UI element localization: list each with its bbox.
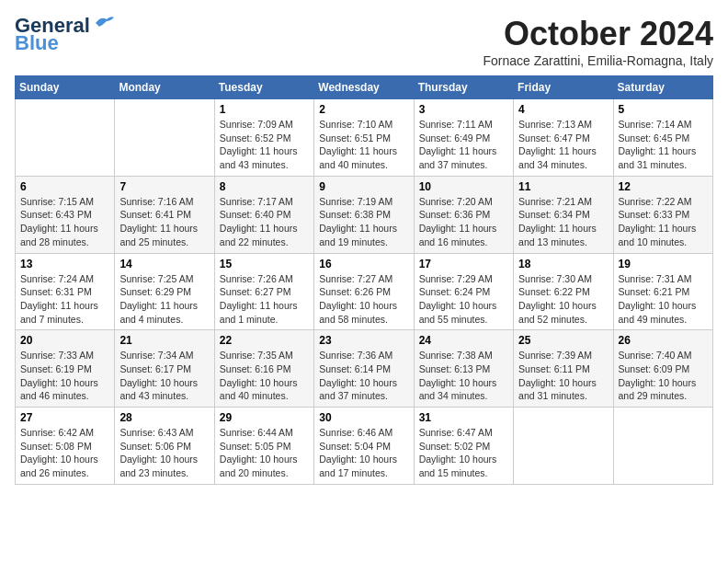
weekday-header: Friday (514, 76, 613, 99)
calendar-cell (613, 408, 712, 485)
calendar-cell: 26Sunrise: 7:40 AMSunset: 6:09 PMDayligh… (613, 330, 712, 408)
weekday-header-row: SundayMondayTuesdayWednesdayThursdayFrid… (16, 76, 713, 99)
day-info: Sunrise: 7:22 AMSunset: 6:33 PMDaylight:… (619, 195, 708, 249)
day-number: 10 (419, 180, 508, 193)
calendar-cell: 18Sunrise: 7:30 AMSunset: 6:22 PMDayligh… (514, 253, 613, 330)
calendar-cell: 28Sunrise: 6:43 AMSunset: 5:06 PMDayligh… (115, 408, 214, 485)
day-number: 21 (119, 334, 209, 347)
day-info: Sunrise: 7:14 AMSunset: 6:45 PMDaylight:… (619, 118, 708, 172)
day-info: Sunrise: 7:16 AMSunset: 6:41 PMDaylight:… (119, 195, 209, 249)
day-info: Sunrise: 7:35 AMSunset: 6:16 PMDaylight:… (220, 349, 309, 403)
calendar-cell: 27Sunrise: 6:42 AMSunset: 5:08 PMDayligh… (16, 408, 115, 485)
day-number: 7 (119, 180, 209, 193)
day-info: Sunrise: 7:33 AMSunset: 6:19 PMDaylight:… (20, 349, 109, 403)
calendar-cell (514, 408, 613, 485)
logo-blue: Blue (15, 31, 59, 55)
calendar-week-row: 6Sunrise: 7:15 AMSunset: 6:43 PMDaylight… (16, 176, 713, 253)
day-info: Sunrise: 7:36 AMSunset: 6:14 PMDaylight:… (319, 349, 408, 403)
calendar-week-row: 27Sunrise: 6:42 AMSunset: 5:08 PMDayligh… (16, 408, 713, 485)
logo-bird-icon (94, 14, 114, 30)
calendar-cell: 2Sunrise: 7:10 AMSunset: 6:51 PMDaylight… (314, 99, 414, 177)
day-info: Sunrise: 7:10 AMSunset: 6:51 PMDaylight:… (319, 118, 408, 172)
calendar-cell: 6Sunrise: 7:15 AMSunset: 6:43 PMDaylight… (16, 176, 115, 253)
day-info: Sunrise: 7:17 AMSunset: 6:40 PMDaylight:… (220, 195, 309, 249)
page-header: General Blue October 2024 Fornace Zaratt… (15, 15, 713, 68)
day-info: Sunrise: 7:40 AMSunset: 6:09 PMDaylight:… (619, 349, 708, 403)
title-block: October 2024 Fornace Zarattini, Emilia-R… (483, 15, 713, 68)
location-subtitle: Fornace Zarattini, Emilia-Romagna, Italy (483, 53, 713, 68)
calendar-cell: 16Sunrise: 7:27 AMSunset: 6:26 PMDayligh… (314, 253, 414, 330)
calendar-cell: 12Sunrise: 7:22 AMSunset: 6:33 PMDayligh… (613, 176, 712, 253)
day-number: 3 (419, 103, 508, 116)
weekday-header: Saturday (613, 76, 712, 99)
day-info: Sunrise: 6:42 AMSunset: 5:08 PMDaylight:… (20, 426, 109, 480)
calendar-cell: 25Sunrise: 7:39 AMSunset: 6:11 PMDayligh… (514, 330, 613, 408)
day-info: Sunrise: 7:34 AMSunset: 6:17 PMDaylight:… (119, 349, 209, 403)
day-number: 12 (619, 180, 708, 193)
weekday-header: Sunday (16, 76, 115, 99)
month-title: October 2024 (483, 15, 713, 53)
day-number: 26 (619, 334, 708, 347)
day-info: Sunrise: 7:13 AMSunset: 6:47 PMDaylight:… (518, 118, 608, 172)
day-number: 14 (119, 258, 209, 270)
day-number: 18 (518, 258, 608, 270)
calendar-table: SundayMondayTuesdayWednesdayThursdayFrid… (15, 75, 713, 485)
calendar-cell: 30Sunrise: 6:46 AMSunset: 5:04 PMDayligh… (314, 408, 414, 485)
day-number: 27 (20, 411, 109, 424)
day-info: Sunrise: 6:46 AMSunset: 5:04 PMDaylight:… (319, 426, 408, 480)
day-info: Sunrise: 7:21 AMSunset: 6:34 PMDaylight:… (518, 195, 608, 249)
calendar-cell: 9Sunrise: 7:19 AMSunset: 6:38 PMDaylight… (314, 176, 414, 253)
calendar-week-row: 20Sunrise: 7:33 AMSunset: 6:19 PMDayligh… (16, 330, 713, 408)
calendar-cell: 5Sunrise: 7:14 AMSunset: 6:45 PMDaylight… (613, 99, 712, 177)
day-info: Sunrise: 6:43 AMSunset: 5:06 PMDaylight:… (119, 426, 209, 480)
calendar-week-row: 1Sunrise: 7:09 AMSunset: 6:52 PMDaylight… (16, 99, 713, 177)
calendar-cell: 23Sunrise: 7:36 AMSunset: 6:14 PMDayligh… (314, 330, 414, 408)
day-info: Sunrise: 7:11 AMSunset: 6:49 PMDaylight:… (419, 118, 508, 172)
calendar-cell: 13Sunrise: 7:24 AMSunset: 6:31 PMDayligh… (16, 253, 115, 330)
weekday-header: Monday (115, 76, 214, 99)
calendar-cell: 3Sunrise: 7:11 AMSunset: 6:49 PMDaylight… (414, 99, 513, 177)
day-number: 29 (220, 411, 309, 424)
weekday-header: Tuesday (214, 76, 313, 99)
day-info: Sunrise: 7:24 AMSunset: 6:31 PMDaylight:… (20, 272, 109, 327)
calendar-cell: 17Sunrise: 7:29 AMSunset: 6:24 PMDayligh… (414, 253, 513, 330)
day-number: 2 (319, 103, 408, 116)
calendar-cell: 29Sunrise: 6:44 AMSunset: 5:05 PMDayligh… (214, 408, 313, 485)
calendar-cell: 31Sunrise: 6:47 AMSunset: 5:02 PMDayligh… (414, 408, 513, 485)
calendar-cell: 1Sunrise: 7:09 AMSunset: 6:52 PMDaylight… (214, 99, 313, 177)
day-info: Sunrise: 7:31 AMSunset: 6:21 PMDaylight:… (619, 272, 708, 327)
day-number: 28 (119, 411, 209, 424)
day-info: Sunrise: 7:30 AMSunset: 6:22 PMDaylight:… (518, 272, 608, 327)
calendar-cell: 22Sunrise: 7:35 AMSunset: 6:16 PMDayligh… (214, 330, 313, 408)
calendar-cell: 19Sunrise: 7:31 AMSunset: 6:21 PMDayligh… (613, 253, 712, 330)
day-info: Sunrise: 7:39 AMSunset: 6:11 PMDaylight:… (518, 349, 608, 403)
day-number: 25 (518, 334, 608, 347)
day-info: Sunrise: 7:09 AMSunset: 6:52 PMDaylight:… (220, 118, 309, 172)
calendar-cell: 20Sunrise: 7:33 AMSunset: 6:19 PMDayligh… (16, 330, 115, 408)
day-info: Sunrise: 7:19 AMSunset: 6:38 PMDaylight:… (319, 195, 408, 249)
day-number: 1 (220, 103, 309, 116)
day-number: 23 (319, 334, 408, 347)
calendar-cell: 10Sunrise: 7:20 AMSunset: 6:36 PMDayligh… (414, 176, 513, 253)
weekday-header: Thursday (414, 76, 513, 99)
logo: General Blue (15, 15, 114, 55)
weekday-header: Wednesday (314, 76, 414, 99)
calendar-cell: 4Sunrise: 7:13 AMSunset: 6:47 PMDaylight… (514, 99, 613, 177)
day-number: 19 (619, 258, 708, 270)
day-number: 13 (20, 258, 109, 270)
day-info: Sunrise: 7:26 AMSunset: 6:27 PMDaylight:… (220, 272, 309, 327)
day-number: 24 (419, 334, 508, 347)
day-info: Sunrise: 7:29 AMSunset: 6:24 PMDaylight:… (419, 272, 508, 327)
day-number: 16 (319, 258, 408, 270)
day-number: 30 (319, 411, 408, 424)
day-number: 22 (220, 334, 309, 347)
calendar-cell (115, 99, 214, 177)
day-info: Sunrise: 6:47 AMSunset: 5:02 PMDaylight:… (419, 426, 508, 480)
day-number: 5 (619, 103, 708, 116)
day-number: 31 (419, 411, 508, 424)
day-number: 8 (220, 180, 309, 193)
day-info: Sunrise: 7:15 AMSunset: 6:43 PMDaylight:… (20, 195, 109, 249)
day-info: Sunrise: 7:25 AMSunset: 6:29 PMDaylight:… (119, 272, 209, 327)
calendar-week-row: 13Sunrise: 7:24 AMSunset: 6:31 PMDayligh… (16, 253, 713, 330)
calendar-cell: 14Sunrise: 7:25 AMSunset: 6:29 PMDayligh… (115, 253, 214, 330)
